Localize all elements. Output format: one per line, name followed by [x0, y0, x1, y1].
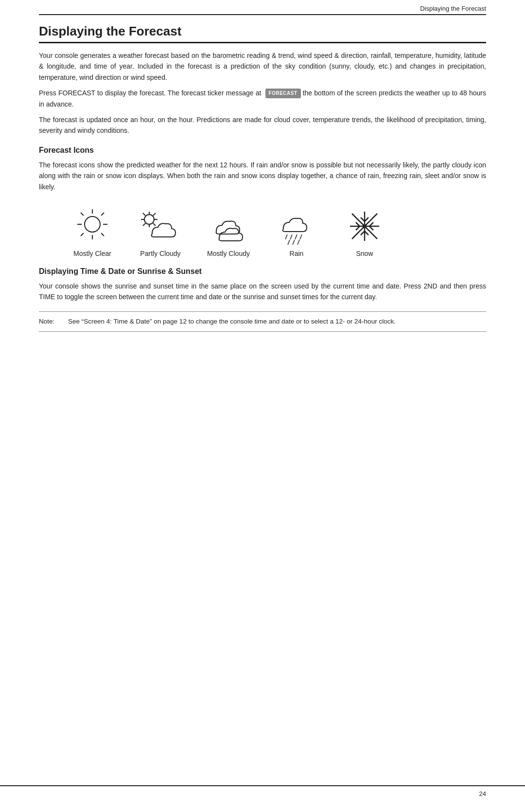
- svg-line-14: [153, 223, 156, 226]
- mostly-cloudy-icon: [207, 207, 250, 246]
- note-label: Note:: [39, 317, 63, 326]
- forecast-icons-text: The forecast icons show the predicted we…: [39, 160, 486, 192]
- svg-point-37: [363, 224, 367, 228]
- icon-mostly-cloudy: Mostly Cloudy: [194, 207, 262, 257]
- svg-line-16: [143, 223, 145, 226]
- partly-cloudy-label: Partly Cloudy: [140, 250, 180, 257]
- intro-paragraph-1: Your console generates a weather forecas…: [39, 50, 486, 83]
- snow-icon: [343, 207, 386, 246]
- svg-line-7: [81, 233, 84, 236]
- svg-line-15: [153, 213, 156, 216]
- svg-line-18: [285, 235, 287, 239]
- mostly-cloudy-label: Mostly Cloudy: [207, 250, 250, 257]
- page-footer: 24: [0, 785, 525, 797]
- icon-rain: Rain: [262, 207, 331, 257]
- partly-cloudy-icon: [139, 207, 182, 246]
- sunrise-heading: Displaying Time & Date or Sunrise & Suns…: [39, 267, 486, 276]
- icon-snow: Snow: [331, 207, 399, 257]
- intro-paragraph-3: The forecast is updated once an hour, on…: [39, 114, 486, 136]
- forecast-button-badge: FORECAST: [265, 89, 301, 98]
- svg-line-13: [143, 213, 145, 216]
- rain-icon: [275, 207, 318, 246]
- svg-line-4: [81, 213, 84, 216]
- svg-point-8: [85, 217, 100, 232]
- icon-mostly-clear: Mostly Clear: [58, 207, 126, 257]
- note-text: See “Screen 4: Time & Date” on page 12 t…: [68, 317, 396, 326]
- snow-label: Snow: [356, 250, 373, 257]
- forecast-icons-heading: Forecast Icons: [39, 146, 486, 155]
- icon-partly-cloudy: Partly Cloudy: [126, 207, 194, 257]
- header-title: Displaying the Forecast: [420, 5, 486, 12]
- sunrise-text: Your console shows the sunrise and sunse…: [39, 281, 486, 303]
- weather-icons-row: Mostly Clear Partly Cl: [58, 207, 486, 257]
- mostly-clear-label: Mostly Clear: [73, 250, 111, 257]
- svg-line-6: [101, 213, 104, 216]
- svg-point-17: [144, 215, 154, 224]
- rain-label: Rain: [290, 250, 304, 257]
- page-number: 24: [479, 790, 486, 797]
- svg-line-5: [101, 233, 104, 236]
- mostly-clear-icon: [70, 207, 114, 246]
- svg-line-21: [300, 235, 302, 239]
- svg-line-20: [295, 235, 297, 239]
- svg-line-19: [290, 235, 292, 239]
- page-header: Displaying the Forecast: [39, 0, 486, 15]
- svg-line-22: [288, 240, 290, 245]
- note-box: Note: See “Screen 4: Time & Date” on pag…: [39, 311, 486, 332]
- page-title: Displaying the Forecast: [39, 24, 486, 43]
- svg-line-23: [293, 240, 295, 245]
- intro-paragraph-2: Press FORECAST to display the forecast. …: [39, 88, 486, 109]
- svg-line-24: [298, 240, 299, 245]
